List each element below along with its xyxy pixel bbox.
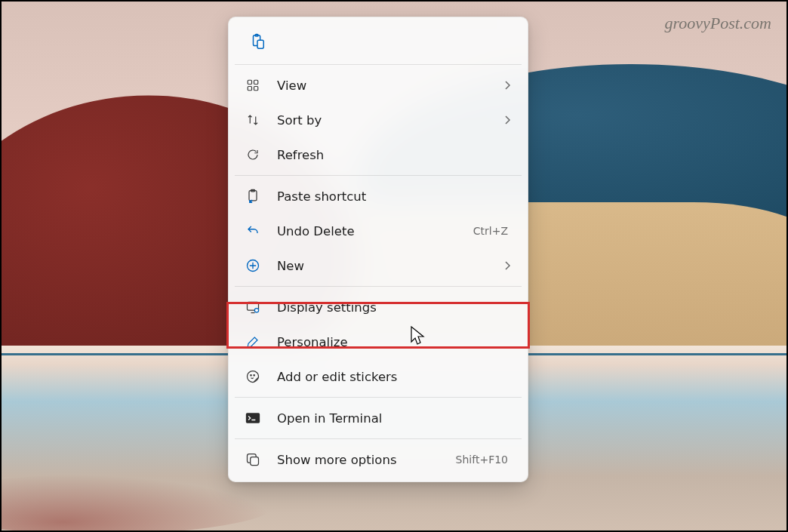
menu-item-shortcut: Shift+F10 xyxy=(456,454,508,466)
personalize-brush-icon xyxy=(242,331,263,352)
menu-item-refresh[interactable]: Refresh xyxy=(233,137,523,172)
menu-item-show-more-options[interactable]: Show more options Shift+F10 xyxy=(233,442,523,477)
wallpaper-reflection xyxy=(0,475,275,532)
menu-item-display-settings[interactable]: Display settings xyxy=(233,290,523,324)
menu-divider xyxy=(235,175,522,176)
menu-item-stickers[interactable]: Add or edit stickers xyxy=(233,359,523,394)
menu-item-label: Paste shortcut xyxy=(277,189,514,204)
new-plus-icon xyxy=(242,255,263,276)
refresh-icon xyxy=(242,144,263,165)
menu-item-paste-shortcut[interactable]: Paste shortcut xyxy=(233,179,523,214)
svg-point-11 xyxy=(254,309,258,312)
desktop-context-menu: View Sort by Refresh xyxy=(228,17,528,482)
svg-rect-3 xyxy=(248,80,251,84)
menu-item-shortcut: Ctrl+Z xyxy=(473,225,508,237)
view-grid-icon xyxy=(242,75,263,96)
chevron-right-icon xyxy=(503,115,514,125)
chevron-right-icon xyxy=(503,81,514,90)
menu-item-view[interactable]: View xyxy=(233,68,523,103)
svg-rect-14 xyxy=(246,413,260,423)
svg-rect-2 xyxy=(257,40,263,48)
svg-point-12 xyxy=(251,375,251,376)
menu-divider xyxy=(235,397,522,398)
context-menu-icon-row xyxy=(233,22,523,61)
menu-item-label: New xyxy=(277,259,503,273)
svg-rect-5 xyxy=(248,87,251,91)
menu-item-sort-by[interactable]: Sort by xyxy=(233,103,523,137)
svg-rect-16 xyxy=(251,457,259,466)
clipboard-paste-icon xyxy=(249,33,266,50)
menu-item-label: Personalize xyxy=(277,335,514,349)
menu-item-new[interactable]: New xyxy=(233,248,523,283)
chevron-right-icon xyxy=(503,261,514,270)
paste-shortcut-icon xyxy=(242,186,263,207)
menu-divider xyxy=(235,64,522,65)
menu-item-label: Refresh xyxy=(277,148,514,162)
menu-item-label: Add or edit stickers xyxy=(277,370,514,384)
menu-item-label: Display settings xyxy=(277,300,514,315)
menu-item-personalize[interactable]: Personalize xyxy=(233,324,523,359)
menu-item-open-terminal[interactable]: Open in Terminal xyxy=(233,401,523,435)
sticker-smile-icon xyxy=(242,366,263,387)
menu-item-label: Show more options xyxy=(277,453,456,467)
undo-icon xyxy=(242,220,263,241)
watermark: groovyPost.com xyxy=(664,14,771,33)
menu-item-label: Undo Delete xyxy=(277,224,473,238)
svg-rect-7 xyxy=(249,191,257,201)
menu-item-undo-delete[interactable]: Undo Delete Ctrl+Z xyxy=(233,214,523,248)
sort-icon xyxy=(242,109,263,131)
show-more-icon xyxy=(242,449,263,470)
menu-item-label: View xyxy=(277,78,503,93)
menu-item-label: Open in Terminal xyxy=(277,411,514,426)
svg-rect-4 xyxy=(254,80,258,84)
terminal-icon xyxy=(242,407,263,429)
svg-rect-6 xyxy=(254,87,258,91)
svg-point-13 xyxy=(254,375,254,376)
menu-item-label: Sort by xyxy=(277,113,503,128)
display-settings-icon xyxy=(242,297,263,318)
menu-divider xyxy=(235,438,522,439)
paste-icon-button[interactable] xyxy=(242,26,272,57)
menu-divider xyxy=(235,286,522,287)
